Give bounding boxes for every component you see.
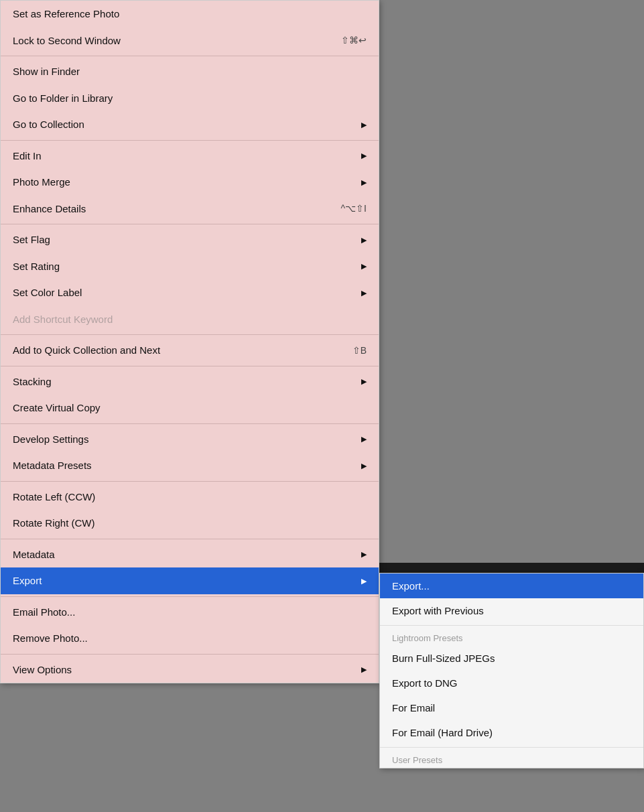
menu-item-photo-merge[interactable]: Photo Merge ▶ bbox=[1, 169, 379, 196]
menu-item-label: Edit In bbox=[13, 149, 42, 163]
submenu-separator-1 bbox=[380, 625, 643, 626]
separator-1 bbox=[1, 56, 379, 56]
separator-4 bbox=[1, 334, 379, 335]
submenu-item-label: Export... bbox=[392, 580, 430, 592]
arrow-icon: ▶ bbox=[361, 549, 367, 559]
menu-item-edit-in[interactable]: Edit In ▶ bbox=[1, 143, 379, 170]
submenu-section-label: Lightroom Presets bbox=[392, 633, 463, 643]
shortcut-lock: ⇧⌘↩ bbox=[341, 34, 367, 46]
menu-item-rotate-left[interactable]: Rotate Left (CCW) bbox=[1, 484, 379, 511]
menu-item-label: Export bbox=[13, 574, 42, 588]
menu-item-label: Rotate Right (CW) bbox=[13, 517, 95, 530]
submenu-header-user-presets: User Presets bbox=[380, 750, 643, 768]
menu-item-stacking[interactable]: Stacking ▶ bbox=[1, 368, 379, 395]
arrow-icon: ▶ bbox=[361, 377, 367, 386]
arrow-icon: ▶ bbox=[361, 576, 367, 586]
separator-5 bbox=[1, 366, 379, 366]
submenu-item-label: Export to DNG bbox=[392, 677, 458, 689]
separator-2 bbox=[1, 140, 379, 141]
arrow-icon: ▶ bbox=[361, 434, 367, 444]
menu-item-develop-settings[interactable]: Develop Settings ▶ bbox=[1, 426, 379, 453]
submenu-item-export-with-previous[interactable]: Export with Previous bbox=[380, 598, 643, 623]
menu-item-set-rating[interactable]: Set Rating ▶ bbox=[1, 253, 379, 280]
menu-item-label: Metadata bbox=[13, 548, 55, 561]
menu-item-label: Add Shortcut Keyword bbox=[13, 313, 113, 326]
menu-item-label: Enhance Details bbox=[13, 202, 86, 216]
menu-item-go-to-folder[interactable]: Go to Folder in Library bbox=[1, 85, 379, 112]
arrow-icon: ▶ bbox=[361, 461, 367, 470]
menu-item-set-color-label[interactable]: Set Color Label ▶ bbox=[1, 279, 379, 306]
menu-item-label: Go to Folder in Library bbox=[13, 92, 113, 105]
menu-item-label: Remove Photo... bbox=[13, 632, 88, 645]
menu-item-label: Go to Collection bbox=[13, 118, 84, 131]
menu-item-email-photo[interactable]: Email Photo... bbox=[1, 599, 379, 626]
menu-item-remove-photo[interactable]: Remove Photo... bbox=[1, 625, 379, 652]
menu-item-label: Set as Reference Photo bbox=[13, 7, 119, 21]
menu-item-add-shortcut-keyword: Add Shortcut Keyword bbox=[1, 306, 379, 333]
menu-item-metadata-presets[interactable]: Metadata Presets ▶ bbox=[1, 452, 379, 479]
submenu-separator-2 bbox=[380, 747, 643, 748]
menu-item-label: Create Virtual Copy bbox=[13, 401, 101, 415]
menu-item-label: Stacking bbox=[13, 375, 52, 389]
submenu-item-burn-full-sized[interactable]: Burn Full-Sized JPEGs bbox=[380, 646, 643, 671]
submenu-item-label: For Email bbox=[392, 702, 435, 714]
separator-6 bbox=[1, 423, 379, 424]
menu-item-label: View Options bbox=[13, 663, 72, 677]
context-menu: Set as Reference Photo Lock to Second Wi… bbox=[0, 0, 379, 683]
arrow-icon: ▶ bbox=[361, 151, 367, 160]
menu-item-label: Develop Settings bbox=[13, 433, 88, 446]
menu-item-set-flag[interactable]: Set Flag ▶ bbox=[1, 226, 379, 253]
separator-8 bbox=[1, 539, 379, 539]
menu-item-set-reference[interactable]: Set as Reference Photo bbox=[1, 1, 379, 27]
menu-item-enhance-details[interactable]: Enhance Details ^⌥⇧I bbox=[1, 196, 379, 222]
export-submenu: Export... Export with Previous Lightroom… bbox=[379, 573, 644, 768]
menu-item-create-virtual-copy[interactable]: Create Virtual Copy bbox=[1, 395, 379, 421]
menu-item-add-quick-collection[interactable]: Add to Quick Collection and Next ⇧B bbox=[1, 337, 379, 364]
background-gray bbox=[379, 0, 644, 573]
menu-item-label: Set Rating bbox=[13, 260, 60, 273]
submenu-item-label: Burn Full-Sized JPEGs bbox=[392, 653, 495, 664]
menu-item-view-options[interactable]: View Options ▶ bbox=[1, 657, 379, 683]
menu-item-metadata[interactable]: Metadata ▶ bbox=[1, 541, 379, 568]
menu-item-lock-second-window[interactable]: Lock to Second Window ⇧⌘↩ bbox=[1, 27, 379, 54]
arrow-icon: ▶ bbox=[361, 178, 367, 187]
menu-item-label: Set Flag bbox=[13, 233, 50, 247]
arrow-icon: ▶ bbox=[361, 261, 367, 271]
separator-3 bbox=[1, 224, 379, 224]
menu-item-label: Show in Finder bbox=[13, 65, 80, 78]
menu-item-label: Rotate Left (CCW) bbox=[13, 490, 95, 504]
arrow-icon: ▶ bbox=[361, 120, 367, 129]
menu-item-show-in-finder[interactable]: Show in Finder bbox=[1, 58, 379, 85]
submenu-header-lightroom-presets: Lightroom Presets bbox=[380, 628, 643, 646]
menu-item-export[interactable]: Export ▶ bbox=[1, 567, 379, 594]
separator-9 bbox=[1, 596, 379, 597]
submenu-item-export-to-dng[interactable]: Export to DNG bbox=[380, 671, 643, 695]
separator-10 bbox=[1, 654, 379, 655]
submenu-item-for-email-hard-drive[interactable]: For Email (Hard Drive) bbox=[380, 720, 643, 745]
submenu-item-for-email[interactable]: For Email bbox=[380, 695, 643, 720]
menu-item-label: Add to Quick Collection and Next bbox=[13, 344, 160, 357]
menu-item-label: Photo Merge bbox=[13, 176, 70, 189]
separator-7 bbox=[1, 481, 379, 482]
menu-item-label: Metadata Presets bbox=[13, 459, 92, 472]
menu-item-go-to-collection[interactable]: Go to Collection ▶ bbox=[1, 111, 379, 138]
arrow-icon: ▶ bbox=[361, 665, 367, 674]
arrow-icon: ▶ bbox=[361, 235, 367, 245]
submenu-item-label: Export with Previous bbox=[392, 605, 484, 616]
arrow-icon: ▶ bbox=[361, 288, 367, 297]
shortcut-enhance: ^⌥⇧I bbox=[341, 202, 367, 214]
menu-item-rotate-right[interactable]: Rotate Right (CW) bbox=[1, 510, 379, 537]
menu-item-label: Lock to Second Window bbox=[13, 34, 121, 48]
submenu-item-export-dot[interactable]: Export... bbox=[380, 573, 643, 598]
menu-item-label: Email Photo... bbox=[13, 606, 75, 619]
shortcut-quick: ⇧B bbox=[352, 344, 367, 356]
submenu-item-label: For Email (Hard Drive) bbox=[392, 727, 493, 738]
submenu-section-label: User Presets bbox=[392, 755, 442, 765]
menu-item-label: Set Color Label bbox=[13, 286, 82, 299]
